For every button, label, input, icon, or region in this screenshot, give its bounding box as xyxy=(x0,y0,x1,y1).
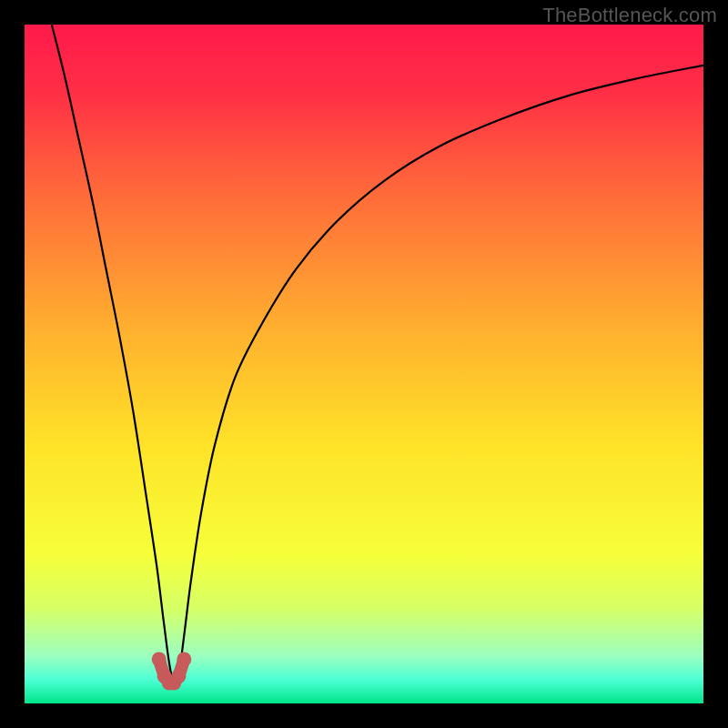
gradient-background xyxy=(25,25,703,703)
valley-marker-dot xyxy=(152,652,167,667)
bottleneck-chart xyxy=(25,25,703,703)
valley-marker-dot xyxy=(177,652,191,667)
watermark-text: TheBottleneck.com xyxy=(542,4,717,27)
valley-marker-dot xyxy=(171,669,186,683)
chart-frame: TheBottleneck.com xyxy=(0,0,728,728)
plot-area xyxy=(25,25,703,703)
